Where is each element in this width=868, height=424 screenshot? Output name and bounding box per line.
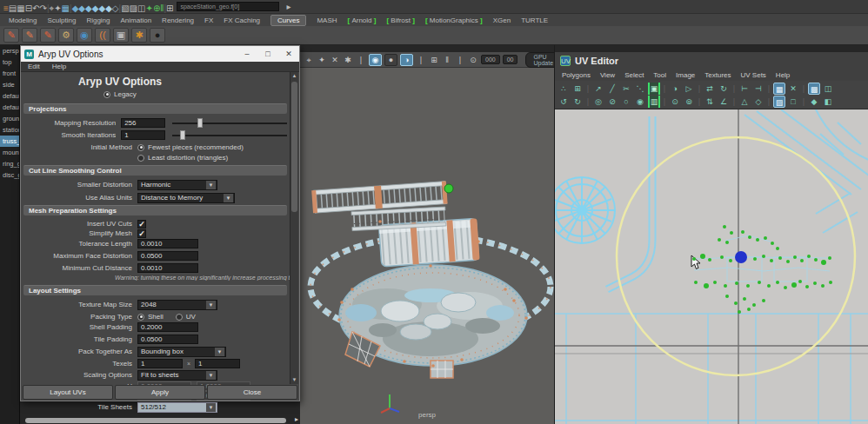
uv-toolbar-icon[interactable]: ⊚ (683, 96, 695, 108)
outliner-item[interactable]: top (0, 56, 19, 68)
status-line-expander-icon[interactable]: ▸ (283, 1, 294, 13)
shelf-tab[interactable]: Curves (270, 15, 306, 26)
viewport-toolbar-icon[interactable]: | (356, 54, 366, 66)
shell-padding-field[interactable]: 0.2000 (137, 322, 198, 332)
uv-point[interactable] (807, 255, 811, 258)
shelf-tool-icon[interactable]: ◉ (77, 28, 92, 43)
mapping-resolution-slider[interactable] (172, 118, 287, 128)
uv-point[interactable] (778, 256, 782, 260)
shelf-tool-icon[interactable]: ✎ (3, 28, 19, 43)
tile-padding-field[interactable]: 0.0500 (137, 335, 198, 344)
uv-toolbar-icon[interactable]: ▦ (773, 83, 785, 95)
outliner-item[interactable]: mount_geo (0, 147, 19, 158)
uv-toolbar-icon[interactable]: | (766, 96, 771, 108)
uv-menu-select[interactable]: Select (624, 70, 644, 81)
uv-point[interactable] (829, 281, 832, 284)
uv-toolbar-icon[interactable]: ▷ (683, 83, 695, 95)
space-station-model[interactable] (300, 68, 554, 424)
uv-toolbar-icon[interactable]: | (662, 96, 667, 108)
uv-point[interactable] (692, 257, 696, 261)
viewport-toolbar-icon[interactable]: ◑ (400, 54, 413, 66)
uv-editor-header[interactable]: UV UV Editor (555, 52, 868, 70)
uv-point[interactable] (821, 260, 826, 265)
uv-toolbar-icon[interactable]: ▣ (648, 83, 660, 95)
uv-toolbar-icon[interactable]: | (766, 83, 771, 95)
uv-point[interactable] (725, 295, 729, 298)
uv-point[interactable] (798, 280, 802, 283)
viewport-toolbar-icon[interactable]: ✦ (317, 54, 327, 66)
uv-toolbar-icon[interactable]: ◎ (592, 96, 604, 108)
uv-point[interactable] (746, 284, 750, 288)
status-line-icon[interactable]: ✦ (146, 3, 153, 13)
uv-toolbar-icon[interactable]: | (731, 96, 737, 108)
uv-point[interactable] (813, 282, 817, 285)
shelf-tool-icon[interactable]: (( (95, 28, 110, 43)
uv-toolbar-icon[interactable]: ▨ (773, 96, 785, 108)
uv-toolbar-icon[interactable]: ○ (620, 96, 632, 108)
shelf-tab[interactable]: Rendering (162, 17, 194, 24)
status-line-icon[interactable]: ⊟ (25, 3, 32, 13)
uv-toolbar-icon[interactable]: ↺ (558, 96, 570, 108)
shelf-tab[interactable]: Bifrost (386, 17, 414, 24)
status-line-icon[interactable]: ▨ (130, 3, 137, 13)
section-cut-line[interactable]: Cut Line Smoothing Control (23, 165, 287, 176)
uv-point[interactable] (704, 283, 709, 288)
simplify-mesh-checkbox[interactable]: ✓ (137, 229, 146, 238)
status-line-icon[interactable]: ↷ (40, 3, 47, 13)
shelf-tab[interactable]: XGen (493, 17, 511, 24)
texels-field-2[interactable]: 1 (195, 359, 240, 368)
viewport-toolbar-icon[interactable]: ‖ (442, 54, 452, 66)
dialog-title-bar[interactable]: M Aryp UV Options – □ ✕ (21, 46, 299, 62)
texture-map-size-dropdown[interactable]: 2048▼ (137, 300, 217, 310)
uv-toolbar-icon[interactable]: ↻ (718, 83, 730, 95)
use-alias-units-dropdown[interactable]: Distance to Memory▼ (137, 193, 235, 203)
perspective-viewport[interactable]: ⌖✦✕✱|◉●◑|⊞‖|⊙ 000 00 GPU Update (300, 45, 554, 424)
minimize-button[interactable]: – (237, 46, 257, 62)
menu-help[interactable]: Help (52, 62, 66, 71)
uv-toolbar-icon[interactable]: | (662, 83, 667, 95)
uv-point[interactable] (730, 231, 733, 235)
uv-point[interactable] (756, 238, 759, 242)
uv-menu-polygons[interactable]: Polygons (562, 70, 591, 81)
uv-toolbar-icon[interactable]: ◑ (669, 83, 681, 95)
uv-toolbar-icon[interactable]: ⊞ (571, 83, 584, 95)
status-line-icon[interactable]: ◆ (85, 3, 92, 13)
viewport-toolbar-icon[interactable]: | (416, 54, 426, 66)
uv-toolbar-icon[interactable]: ⊙ (669, 96, 681, 108)
uv-point[interactable] (784, 286, 787, 289)
scaling-options-dropdown[interactable]: Fit to sheets▼ (137, 370, 217, 381)
uv-point[interactable] (770, 259, 773, 262)
shelf-tab[interactable]: Modeling (9, 17, 37, 24)
packing-type-shell-radio[interactable]: Shell (137, 313, 164, 321)
uv-toolbar-icon[interactable]: | (801, 83, 806, 95)
uv-point[interactable] (793, 255, 797, 259)
uv-toolbar-icon[interactable]: ⇅ (704, 96, 716, 108)
status-line-icon[interactable]: ▧ (121, 3, 129, 13)
shelf-tab[interactable]: TURTLE (521, 17, 548, 24)
uv-point[interactable] (767, 284, 771, 288)
uv-point[interactable] (718, 238, 721, 242)
status-line-icon[interactable]: ⊞ (166, 3, 173, 13)
shelf-tool-icon[interactable]: ✎ (22, 28, 37, 43)
shelf-tool-icon[interactable]: ⚙ (58, 28, 74, 43)
uv-toolbar-icon[interactable]: ◧ (822, 96, 834, 108)
uv-point[interactable] (764, 236, 767, 240)
uv-point[interactable] (762, 255, 765, 258)
status-line-icon[interactable]: ↶ (32, 3, 39, 13)
uv-point[interactable] (694, 281, 698, 284)
uv-menu-textures[interactable]: Textures (704, 70, 731, 81)
range-slider-arrow-icon[interactable]: ▸ (295, 415, 298, 423)
shelf-tab[interactable]: Sculpting (47, 17, 76, 24)
maximize-button[interactable]: □ (257, 46, 278, 62)
uv-point[interactable] (729, 259, 732, 262)
max-face-distortion-field[interactable]: 0.0500 (137, 251, 198, 261)
section-layout[interactable]: Layout Settings (23, 285, 287, 295)
uv-toolbar-icon[interactable]: | (697, 96, 702, 108)
uv-point[interactable] (762, 299, 765, 302)
uv-menu-view[interactable]: View (600, 70, 615, 81)
quick-selection-field[interactable]: spaceStation_geo.f[0] (177, 2, 279, 11)
texels-field-1[interactable]: 1 (137, 359, 183, 368)
shelf-tool-icon[interactable]: ✎ (40, 28, 56, 43)
shelf-tab[interactable]: MotionGraphics (425, 17, 483, 24)
status-line-icon[interactable]: ▦ (17, 3, 24, 13)
